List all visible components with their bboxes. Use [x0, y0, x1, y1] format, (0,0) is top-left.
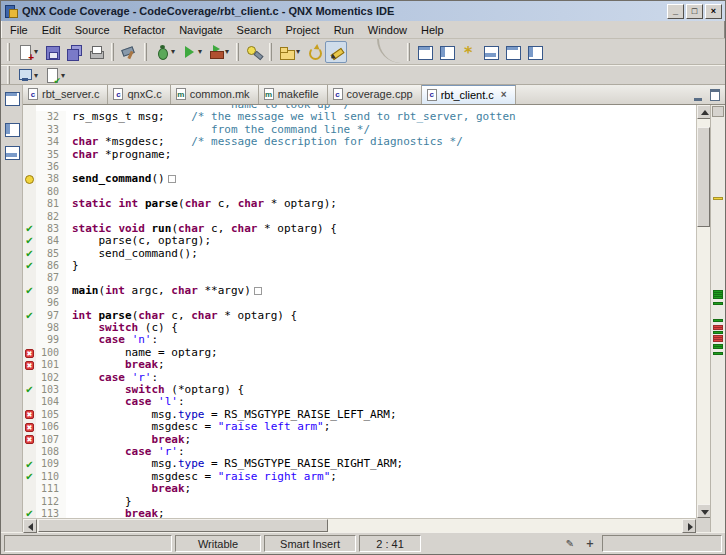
edit-status-icon[interactable]: ✎	[561, 536, 579, 552]
external-tools-button[interactable]: ▾	[205, 41, 232, 63]
marker-gutter[interactable]	[23, 297, 36, 309]
marker-gutter[interactable]	[23, 248, 36, 260]
marker-gutter[interactable]	[23, 198, 36, 210]
collapsed-code-icon[interactable]	[168, 175, 176, 183]
tab-common.mk[interactable]: mcommon.mk	[171, 85, 259, 104]
tab-coverage.cpp[interactable]: ccoverage.cpp	[328, 85, 422, 104]
maximize-view-button[interactable]	[708, 91, 721, 102]
horizontal-scrollbar[interactable]	[23, 518, 696, 532]
scroll-down-button[interactable]	[697, 504, 711, 518]
check-marker-icon[interactable]	[25, 460, 33, 470]
bookmark-marker-icon[interactable]	[25, 175, 34, 184]
error-marker-icon[interactable]	[25, 361, 34, 370]
marker-gutter[interactable]	[23, 223, 36, 235]
check-marker-icon[interactable]	[25, 224, 33, 234]
check-marker-icon[interactable]	[25, 236, 33, 246]
marker-gutter[interactable]	[23, 124, 36, 136]
marker-gutter[interactable]	[23, 211, 36, 223]
marker-gutter[interactable]	[23, 471, 36, 483]
tab-qnxC.c[interactable]: cqnxC.c	[108, 85, 170, 104]
horizontal-scroll-thumb[interactable]	[38, 519, 328, 532]
build-all-button[interactable]	[118, 41, 140, 63]
minimize-view-button[interactable]	[692, 91, 705, 102]
error-marker-icon[interactable]	[25, 349, 34, 358]
error-marker-icon[interactable]	[25, 435, 34, 444]
marker-gutter[interactable]	[23, 260, 36, 272]
dropdown-arrow-icon[interactable]: ▾	[198, 47, 202, 56]
overview-error-mark[interactable]	[713, 339, 723, 342]
marker-gutter[interactable]	[23, 272, 36, 284]
open-coverage-session-button[interactable]: ▾	[276, 41, 303, 63]
tab-makefile[interactable]: mmakefile	[259, 85, 328, 104]
check-marker-icon[interactable]	[25, 261, 33, 271]
target-navigator-button[interactable]: ▾	[14, 64, 41, 86]
menu-project[interactable]: Project	[278, 22, 326, 38]
check-marker-icon[interactable]	[25, 472, 33, 482]
marker-gutter[interactable]	[23, 434, 36, 446]
code-editor[interactable]: name to look up */32rs_msgs_t msg; /* th…	[23, 105, 696, 518]
vertical-scroll-thumb[interactable]	[697, 127, 710, 227]
menu-refactor[interactable]: Refactor	[117, 22, 173, 38]
menu-source[interactable]: Source	[68, 22, 117, 38]
error-marker-icon[interactable]	[25, 410, 34, 419]
marker-gutter[interactable]	[23, 508, 36, 518]
menu-window[interactable]: Window	[361, 22, 414, 38]
scroll-left-button[interactable]	[23, 519, 37, 533]
coverage-session-button[interactable]: ▾	[41, 64, 68, 86]
overview-check-mark[interactable]	[713, 346, 723, 349]
marker-gutter[interactable]	[23, 136, 36, 148]
marker-gutter[interactable]	[23, 111, 36, 123]
check-marker-icon[interactable]	[25, 249, 33, 259]
close-tab-icon[interactable]: ×	[501, 90, 507, 100]
marker-gutter[interactable]	[23, 458, 36, 470]
dropdown-arrow-icon[interactable]: ▾	[61, 71, 65, 80]
marker-gutter[interactable]	[23, 384, 36, 396]
close-button[interactable]: ×	[705, 4, 722, 19]
marker-gutter[interactable]	[23, 235, 36, 247]
scroll-up-button[interactable]	[697, 105, 711, 119]
highlight-coverage-button[interactable]	[325, 41, 347, 63]
run-button[interactable]: ▾	[178, 41, 205, 63]
menu-edit[interactable]: Edit	[35, 22, 68, 38]
show-properties-view-button[interactable]	[480, 41, 502, 63]
refresh-coverage-button[interactable]	[303, 41, 325, 63]
marker-gutter[interactable]	[23, 359, 36, 371]
expand-report-button[interactable]	[502, 41, 524, 63]
coverage-status-icon[interactable]: +	[581, 536, 599, 552]
collapsed-code-icon[interactable]	[254, 287, 262, 295]
marker-gutter[interactable]	[23, 446, 36, 458]
marker-gutter[interactable]	[23, 347, 36, 359]
overview-check-mark[interactable]	[713, 319, 723, 322]
marker-gutter[interactable]	[23, 322, 36, 334]
tab-rbt_client.c[interactable]: crbt_client.c×	[422, 85, 516, 104]
marker-gutter[interactable]	[23, 421, 36, 433]
overview-check-mark[interactable]	[713, 352, 723, 355]
overview-check-mark[interactable]	[713, 296, 723, 299]
collapse-report-button[interactable]	[524, 41, 546, 63]
show-coverage-report-button[interactable]	[436, 41, 458, 63]
check-marker-icon[interactable]	[25, 286, 33, 296]
marker-gutter[interactable]	[23, 483, 36, 495]
dropdown-arrow-icon[interactable]: ▾	[296, 47, 300, 56]
save-button[interactable]	[41, 41, 63, 63]
debug-button[interactable]: ▾	[151, 41, 178, 63]
dropdown-arrow-icon[interactable]: ▾	[34, 47, 38, 56]
marker-gutter[interactable]	[23, 409, 36, 421]
marker-gutter[interactable]	[23, 396, 36, 408]
title-bar[interactable]: QNX Code Coverage - CodeCoverage/rbt_cli…	[1, 1, 725, 21]
menu-help[interactable]: Help	[414, 22, 451, 38]
show-session-view-button[interactable]	[414, 41, 436, 63]
marker-gutter[interactable]	[23, 149, 36, 161]
marker-gutter[interactable]	[23, 496, 36, 508]
check-marker-icon[interactable]	[25, 509, 33, 518]
overview-error-mark[interactable]	[713, 327, 723, 330]
minimize-button[interactable]: _	[667, 4, 684, 19]
print-button[interactable]	[85, 41, 107, 63]
marker-gutter[interactable]	[23, 310, 36, 322]
marker-gutter[interactable]	[23, 372, 36, 384]
console-view-shortcut[interactable]	[2, 142, 22, 162]
menu-run[interactable]: Run	[327, 22, 361, 38]
new-wizard-button[interactable]: ▾	[14, 41, 41, 63]
editor-area-shortcut[interactable]	[2, 88, 22, 108]
marker-gutter[interactable]	[23, 161, 36, 173]
